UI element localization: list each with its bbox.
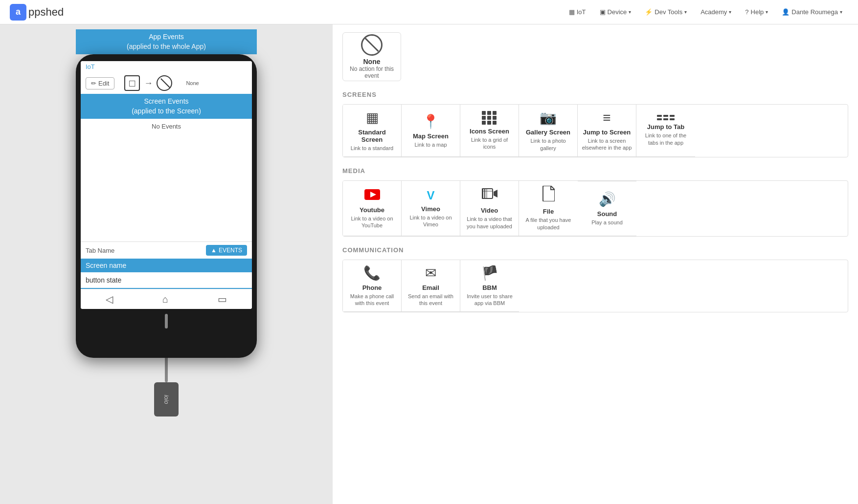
bbm-desc: Invite user to share app via BBM: [464, 293, 515, 307]
nav-links: ▦ IoT ▣ Device ▾ ⚡ Dev Tools ▾ Academy ▾…: [563, 5, 848, 19]
home-nav-icon[interactable]: ⌂: [162, 294, 168, 305]
standard-screen-icon: ▦: [366, 110, 379, 126]
arrow-icon: →: [144, 78, 153, 88]
jump-to-screen-desc: Link to a screen elsewhere in the app: [582, 137, 632, 152]
jump-to-screen-icon: ≡: [603, 110, 610, 126]
main-layout: App Events (applied to the whole App) Io…: [0, 24, 858, 504]
sound-icon: 🔊: [599, 191, 616, 207]
standard-screen-title: Standard Screen: [347, 129, 397, 143]
back-nav-icon[interactable]: ◁: [106, 293, 113, 305]
screens-cards-grid: ▦ Standard Screen Link to a standard 📍 M…: [342, 104, 848, 157]
icons-screen-icon: [482, 111, 497, 125]
jump-to-tab-desc: Link to one of the tabs in the app: [640, 132, 691, 146]
icons-screen-card[interactable]: Icons Screen Link to a grid of icons: [460, 105, 519, 157]
svg-marker-7: [494, 190, 497, 197]
nav-item-academy[interactable]: Academy ▾: [695, 5, 737, 19]
map-screen-desc: Link to a map: [414, 141, 447, 148]
screens-section-header: SCREENS: [342, 91, 848, 98]
usb-area: [81, 314, 252, 329]
navbar: a ppshed ▦ IoT ▣ Device ▾ ⚡ Dev Tools ▾ …: [0, 0, 858, 24]
communication-section-header: COMMUNICATION: [342, 246, 848, 254]
iot-icon: ▦: [569, 8, 575, 16]
gallery-screen-icon: 📷: [540, 110, 557, 126]
academy-caret: ▾: [729, 9, 731, 15]
gallery-screen-card[interactable]: 📷 Gallery Screen Link to a photo gallery: [519, 105, 578, 157]
icons-screen-desc: Link to a grid of icons: [464, 136, 515, 151]
video-title: Video: [481, 207, 498, 214]
usb-connector: ioio: [154, 382, 179, 416]
youtube-desc: Link to a video on YouTube: [347, 215, 397, 229]
vimeo-card[interactable]: V Vimeo Link to a video on Vimeo: [402, 181, 460, 236]
none-card[interactable]: None No action for this event: [342, 32, 401, 81]
brand-logo[interactable]: a ppshed: [10, 4, 64, 21]
svg-rect-2: [482, 189, 493, 198]
phone-nav-bar: ◁ ⌂ ▭: [81, 289, 252, 309]
recent-nav-icon[interactable]: ▭: [218, 293, 227, 305]
nav-item-iot[interactable]: ▦ IoT: [563, 5, 592, 19]
none-desc: No action for this event: [343, 66, 401, 79]
youtube-title: Youtube: [360, 206, 384, 214]
sound-card[interactable]: 🔊 Sound Play a sound: [578, 181, 636, 236]
app-events-sub: (applied to the whole App): [76, 42, 257, 52]
none-big-icon: [361, 34, 383, 56]
events-button[interactable]: ▲ EVENTS: [206, 245, 247, 256]
phone-tab-bar: Tab Name ▲ EVENTS: [81, 241, 252, 259]
phone-icon: 📞: [363, 265, 381, 281]
file-icon: [542, 186, 555, 205]
phone-input-container: [81, 272, 252, 289]
gallery-screen-title: Gallery Screen: [526, 129, 570, 136]
map-screen-icon: 📍: [422, 113, 439, 130]
communication-cards-grid: 📞 Phone Make a phone call with this even…: [342, 260, 848, 313]
youtube-card[interactable]: Youtube Link to a video on YouTube: [343, 181, 402, 236]
map-screen-card[interactable]: 📍 Map Screen Link to a map: [402, 105, 460, 157]
vimeo-title: Vimeo: [421, 205, 440, 213]
brand-name: ppshed: [28, 6, 64, 19]
phone-iot-label: IoT: [81, 61, 252, 72]
toolbar-icons: □ →: [124, 75, 172, 91]
app-events-bar: App Events (applied to the whole App): [76, 29, 257, 54]
button-state-input[interactable]: [81, 272, 252, 289]
none-title: None: [363, 58, 381, 66]
phone-screen-name-label: Screen name: [81, 259, 252, 272]
square-icon: □: [129, 78, 135, 89]
media-cards-grid: Youtube Link to a video on YouTube V Vim…: [342, 180, 848, 237]
toolbar-box-icon: □: [124, 75, 140, 91]
screen-events-label: Screen Events: [81, 97, 252, 107]
help-icon: ?: [745, 8, 748, 16]
usb-connector-area: ioio: [154, 353, 179, 416]
bbm-icon: 🏴: [481, 265, 498, 281]
edit-button[interactable]: ✏ Edit: [86, 77, 114, 89]
phone-card[interactable]: 📞 Phone Make a phone call with this even…: [343, 260, 402, 312]
usb-wire-top: [165, 314, 168, 329]
devtools-icon: ⚡: [645, 8, 653, 16]
nav-item-devtools[interactable]: ⚡ Dev Tools ▾: [639, 5, 693, 19]
email-desc: Send an email with this event: [406, 293, 456, 307]
left-panel: App Events (applied to the whole App) Io…: [0, 24, 333, 504]
screen-events-sub: (applied to the Screen): [81, 107, 252, 116]
screen-events-bar: Screen Events (applied to the Screen): [81, 94, 252, 119]
jump-to-screen-card[interactable]: ≡ Jump to Screen Link to a screen elsewh…: [578, 105, 636, 157]
video-desc: Link to a video that you have uploaded: [464, 216, 515, 230]
bbm-title: BBM: [482, 284, 497, 291]
nav-item-help[interactable]: ? Help ▾: [739, 5, 774, 19]
nav-item-device[interactable]: ▣ Device ▾: [594, 5, 637, 19]
video-card[interactable]: Video Link to a video that you have uplo…: [460, 181, 519, 236]
email-card[interactable]: ✉ Email Send an email with this event: [402, 260, 460, 312]
right-panel: None No action for this event SCREENS ▦ …: [333, 24, 858, 504]
bbm-card[interactable]: 🏴 BBM Invite user to share app via BBM: [460, 260, 519, 312]
youtube-icon: [364, 188, 380, 203]
jump-to-tab-card[interactable]: Jump to Tab Link to one of the tabs in t…: [636, 105, 695, 157]
toolbar-none-label: None: [186, 80, 199, 86]
phone-screen: IoT ✏ Edit □ →: [81, 61, 252, 309]
phone-desc: Make a phone call with this event: [347, 293, 397, 307]
device-icon: ▣: [600, 8, 606, 16]
file-card[interactable]: File A file that you have uploaded: [519, 181, 578, 236]
app-events-label: App Events: [76, 32, 257, 42]
video-icon: [482, 187, 497, 204]
icons-screen-title: Icons Screen: [470, 128, 509, 135]
jump-to-tab-title: Jump to Tab: [647, 123, 684, 131]
edit-pencil-icon: ✏: [91, 80, 96, 87]
device-caret: ▾: [629, 9, 631, 15]
nav-item-user[interactable]: 👤 Dante Roumega ▾: [776, 5, 848, 19]
standard-screen-card[interactable]: ▦ Standard Screen Link to a standard: [343, 105, 402, 157]
